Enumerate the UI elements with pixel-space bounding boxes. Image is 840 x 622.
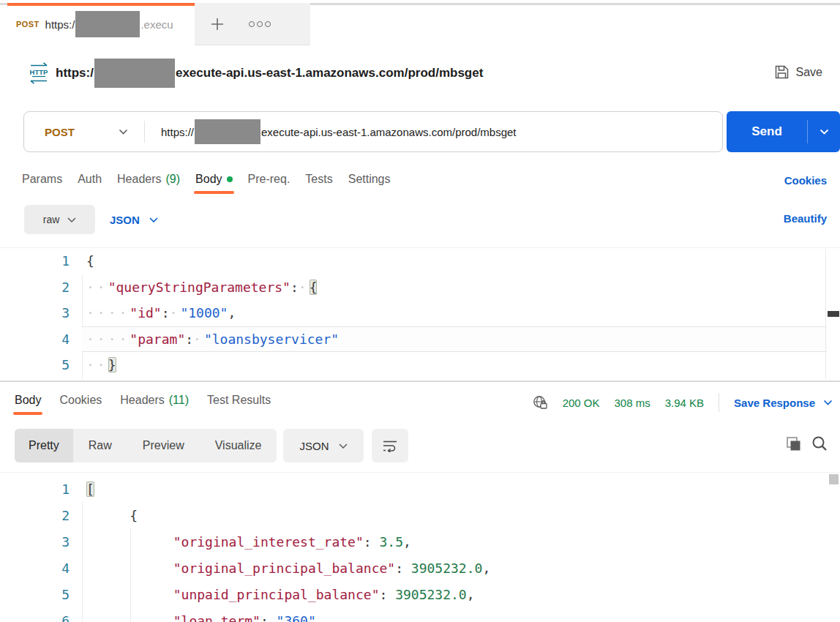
request-title-prefix: https:/ [56, 66, 94, 80]
body-modified-dot [227, 176, 233, 182]
line-number: 5 [0, 357, 70, 372]
tab-options-button[interactable] [249, 21, 271, 27]
line-number: 4 [0, 331, 70, 347]
line-number: 2 [0, 280, 70, 295]
line-number: 3 [0, 305, 70, 321]
body-language-selector[interactable]: JSON [110, 205, 158, 234]
send-label: Send [727, 111, 807, 152]
response-meta: 200 OK 308 ms 3.94 KB Save Response [532, 392, 833, 413]
line-number: 1 [0, 253, 70, 269]
code-line[interactable]: 4 "original_principal_balance": 3905232.… [0, 555, 840, 581]
beautify-link[interactable]: Beautify [784, 212, 827, 225]
send-button[interactable]: Send [727, 111, 840, 152]
code-line[interactable]: 2 { [0, 502, 840, 528]
response-view-switcher: Pretty Raw Preview Visualize [15, 429, 277, 462]
chevron-down-icon [339, 443, 348, 449]
tab-tests[interactable]: Tests [305, 173, 332, 186]
line-number: 1 [0, 482, 70, 497]
response-tabs: Body Cookies Headers(11) Test Results [15, 394, 271, 407]
method-selector[interactable]: POST [24, 126, 144, 138]
code-line[interactable]: 1{ [0, 248, 840, 274]
code-line[interactable]: 3 "original_interest_rate": 3.5, [0, 528, 840, 555]
request-url-bar: POST https:// execute-api.us-east-1.amaz… [23, 111, 723, 152]
tab-headers[interactable]: Headers(9) [117, 173, 180, 186]
send-options-button[interactable] [808, 111, 840, 152]
code-text: "unpaid_principal_balance": 3905232.0, [70, 587, 475, 602]
copy-response-button[interactable] [785, 435, 802, 455]
code-line[interactable]: 3····"id":·"1000", [0, 300, 840, 326]
code-line[interactable]: 5··} [0, 352, 840, 378]
cookies-link[interactable]: Cookies [784, 174, 827, 187]
redaction-box [195, 119, 260, 144]
tab-body[interactable]: Body [195, 173, 232, 186]
response-headers-count: (11) [169, 394, 189, 407]
code-line[interactable]: 6 "loan_term": "360", [0, 607, 840, 622]
code-line[interactable]: 1[ [0, 476, 840, 502]
code-text: ····"param":·"loansbyservicer" [70, 331, 339, 347]
request-title-suffix: execute-api.us-east-1.amazonaws.com/prod… [176, 66, 483, 80]
response-language-selector[interactable]: JSON [283, 429, 364, 462]
url-input[interactable]: https:// execute-api.us-east-1.amazonaws… [145, 119, 517, 144]
chevron-down-icon [119, 129, 128, 135]
code-line[interactable]: 5 "unpaid_principal_balance": 3905232.0, [0, 581, 840, 607]
chevron-down-icon [823, 400, 833, 405]
tab-auth[interactable]: Auth [78, 173, 102, 186]
response-time[interactable]: 308 ms [615, 397, 650, 409]
code-text: { [70, 253, 94, 269]
redaction-box [94, 59, 175, 88]
tab-response-body[interactable]: Body [15, 394, 41, 407]
status-badge[interactable]: 200 OK [563, 397, 600, 409]
scrollbar-thumb[interactable] [828, 311, 839, 317]
globe-lock-icon [532, 394, 548, 411]
pane-divider[interactable] [0, 381, 840, 382]
plus-icon [209, 16, 225, 32]
url-prefix: https:// [161, 126, 194, 138]
line-number: 5 [0, 587, 70, 602]
code-text: [ [70, 482, 94, 497]
tab-params[interactable]: Params [22, 173, 62, 186]
line-number: 4 [0, 561, 70, 576]
body-language-value: JSON [110, 214, 140, 226]
view-visualize[interactable]: Visualize [200, 429, 277, 462]
search-icon [811, 435, 828, 452]
tab-response-cookies[interactable]: Cookies [59, 394, 102, 407]
tab-method-label: POST [16, 20, 40, 29]
save-label: Save [796, 66, 822, 79]
code-line[interactable]: 2··"queryStringParameters":·{ [0, 274, 840, 301]
code-text: "original_interest_rate": 3.5, [70, 534, 411, 550]
code-text: ··} [70, 357, 116, 372]
view-preview[interactable]: Preview [127, 429, 200, 462]
response-body-editor[interactable]: 1[2 {3 "original_interest_rate": 3.5,4 "… [0, 472, 840, 622]
tab-test-results[interactable]: Test Results [207, 394, 271, 407]
http-protocol-icon: HTTP [28, 61, 50, 88]
request-title: https:/ execute-api.us-east-1.amazonaws.… [56, 57, 483, 89]
headers-count: (9) [166, 173, 181, 186]
postman-app: POST https:/ .execu HTTP https:/ execute… [0, 0, 840, 622]
save-response-button[interactable]: Save Response [734, 397, 833, 409]
wrap-text-button[interactable] [372, 429, 408, 462]
request-body-editor[interactable]: 1{2··"queryStringParameters":·{3····"id"… [0, 247, 840, 381]
scrollbar-track [825, 249, 826, 379]
tab-pre-request[interactable]: Pre-req. [248, 173, 290, 186]
code-text: "loan_term": "360", [70, 613, 324, 622]
save-button[interactable]: Save [774, 64, 822, 80]
body-format-value: raw [43, 214, 60, 225]
new-tab-button[interactable] [209, 16, 225, 32]
search-response-button[interactable] [811, 435, 828, 455]
view-pretty[interactable]: Pretty [15, 429, 73, 462]
view-raw[interactable]: Raw [73, 429, 127, 462]
tab-settings[interactable]: Settings [348, 173, 391, 186]
line-number: 2 [0, 508, 70, 523]
tab-response-headers[interactable]: Headers(11) [120, 394, 189, 407]
method-value: POST [45, 126, 75, 138]
redaction-box [75, 11, 140, 37]
code-line[interactable]: 4····"param":·"loansbyservicer" [0, 326, 840, 353]
tab-url-truncated: .execu [140, 18, 173, 31]
chevron-down-icon [820, 129, 829, 135]
response-language-value: JSON [299, 440, 329, 452]
scrollbar-thumb[interactable] [829, 474, 839, 484]
body-format-selector[interactable]: raw [24, 205, 95, 234]
floppy-disk-icon [774, 64, 790, 80]
response-size[interactable]: 3.94 KB [665, 397, 704, 409]
request-tab[interactable]: POST https:/ .execu [7, 3, 195, 45]
